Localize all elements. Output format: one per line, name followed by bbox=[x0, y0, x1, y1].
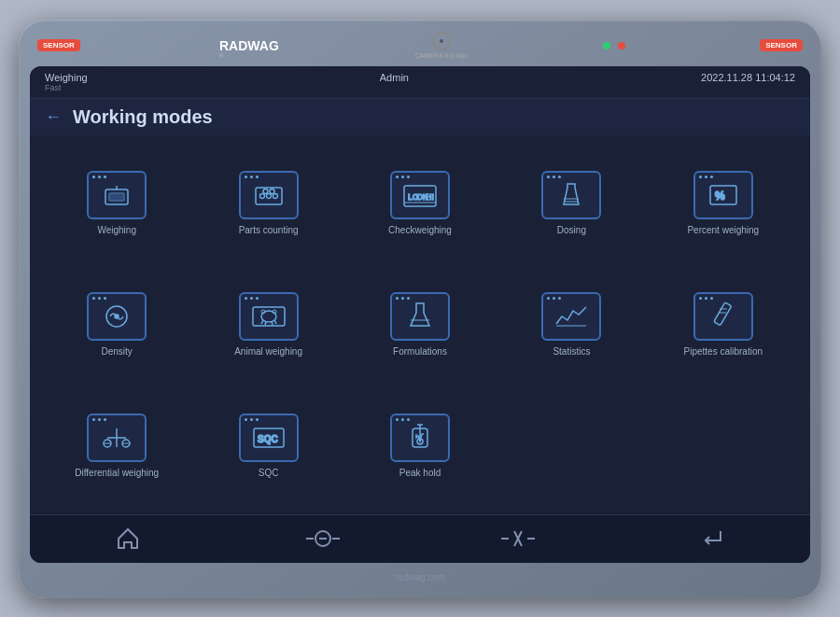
nav-enter[interactable] bbox=[615, 515, 810, 563]
svg-rect-32 bbox=[714, 301, 732, 325]
camera-icon bbox=[432, 32, 451, 50]
peak-hold-icon-box bbox=[390, 414, 450, 462]
svg-text:RADWAG: RADWAG bbox=[219, 38, 279, 53]
bottom-nav bbox=[30, 514, 810, 563]
green-indicator bbox=[603, 42, 610, 49]
mode-formulations[interactable]: Formulations bbox=[344, 264, 496, 386]
svg-line-29 bbox=[274, 320, 276, 324]
svg-rect-4 bbox=[109, 193, 124, 201]
mode-checkweighing[interactable]: LO OK HI Checkweighing bbox=[344, 143, 496, 264]
logo-area: RADWAG ® bbox=[215, 32, 280, 60]
svg-point-8 bbox=[273, 193, 277, 198]
screen: Weighing Fast Admin 2022.11.28 11:04:12 … bbox=[30, 66, 810, 563]
sqc-label: SQC bbox=[259, 468, 279, 479]
left-sensor-badge: SENSOR bbox=[37, 39, 80, 51]
parts-counting-label: Parts counting bbox=[239, 225, 299, 236]
back-button[interactable]: ← bbox=[45, 107, 62, 127]
status-bar: Weighing Fast Admin 2022.11.28 11:04:12 bbox=[30, 66, 810, 99]
differential-weighing-label: Differential weighing bbox=[75, 468, 159, 479]
empty-cell-1 bbox=[496, 386, 647, 507]
density-icon-box bbox=[87, 292, 147, 341]
svg-point-7 bbox=[266, 193, 271, 198]
svg-line-27 bbox=[265, 321, 266, 325]
page-header: ← Working modes bbox=[30, 99, 810, 135]
statistics-icon-box bbox=[541, 292, 601, 341]
pipettes-calibration-label: Pipettes calibration bbox=[684, 346, 763, 358]
radwag-logo: RADWAG ® bbox=[215, 32, 280, 60]
mode-statistics[interactable]: Statistics bbox=[496, 264, 647, 386]
mode-animal-weighing[interactable]: Animal weighing bbox=[192, 264, 343, 386]
device-bottom: radwag.com bbox=[30, 568, 810, 587]
right-sensor-badge: SENSOR bbox=[760, 39, 803, 51]
mode-density[interactable]: Density bbox=[41, 264, 192, 386]
mode-parts-counting[interactable]: Parts counting bbox=[192, 143, 343, 264]
svg-line-26 bbox=[261, 320, 263, 324]
mode-sqc[interactable]: SQC SQC bbox=[192, 386, 343, 507]
mode-pipettes-calibration[interactable]: Pipettes calibration bbox=[648, 264, 799, 386]
mode-differential-weighing[interactable]: Differential weighing bbox=[41, 386, 192, 507]
page-title: Working modes bbox=[73, 106, 213, 128]
density-label: Density bbox=[102, 346, 133, 358]
formulations-label: Formulations bbox=[393, 346, 447, 358]
nav-tare[interactable] bbox=[420, 515, 615, 563]
svg-text:®: ® bbox=[219, 53, 224, 59]
parts-counting-icon-box bbox=[239, 171, 299, 219]
animal-weighing-label: Animal weighing bbox=[234, 346, 302, 358]
mode-status: Weighing Fast bbox=[45, 72, 88, 92]
statistics-label: Statistics bbox=[553, 346, 590, 358]
red-indicator bbox=[618, 42, 625, 49]
nav-zero[interactable] bbox=[225, 515, 420, 563]
modes-grid: Weighing Parts counting bbox=[30, 135, 810, 514]
formulations-icon-box bbox=[390, 292, 450, 341]
checkweighing-icon-box: LO OK HI bbox=[390, 171, 450, 219]
checkweighing-label: Checkweighing bbox=[388, 225, 452, 236]
camera-area: CAMERA 8.0 Mpx bbox=[415, 32, 468, 59]
camera-label: CAMERA 8.0 Mpx bbox=[415, 52, 468, 59]
dosing-icon-box bbox=[541, 171, 601, 219]
percent-weighing-icon-box: % bbox=[693, 171, 753, 219]
sqc-icon-box: SQC bbox=[239, 414, 299, 462]
svg-point-9 bbox=[263, 189, 268, 193]
mode-dosing[interactable]: Dosing bbox=[496, 143, 647, 264]
svg-line-28 bbox=[272, 321, 273, 325]
mode-percent-weighing[interactable]: % Percent weighing bbox=[648, 143, 799, 264]
weighing-label: Weighing bbox=[97, 225, 136, 236]
device-frame: SENSOR RADWAG ® CAMERA 8.0 Mpx SENSOR We… bbox=[19, 20, 821, 598]
peak-hold-label: Peak hold bbox=[399, 468, 441, 479]
nav-home[interactable] bbox=[30, 515, 225, 563]
svg-text:HI: HI bbox=[426, 192, 434, 202]
differential-weighing-icon-box bbox=[87, 414, 147, 462]
pipettes-calibration-icon-box bbox=[693, 292, 753, 341]
svg-rect-22 bbox=[253, 307, 285, 326]
animal-weighing-icon-box bbox=[239, 292, 299, 341]
mode-weighing[interactable]: Weighing bbox=[41, 143, 192, 264]
top-bar: SENSOR RADWAG ® CAMERA 8.0 Mpx SENSOR bbox=[30, 31, 810, 61]
radwag-url: radwag.com bbox=[395, 572, 445, 582]
dosing-label: Dosing bbox=[557, 225, 586, 236]
svg-point-6 bbox=[259, 193, 264, 198]
weighing-icon-box bbox=[87, 171, 147, 219]
svg-text:SQC: SQC bbox=[258, 434, 278, 444]
datetime-status: 2022.11.28 11:04:12 bbox=[701, 72, 795, 92]
percent-weighing-label: Percent weighing bbox=[687, 225, 759, 236]
svg-point-21 bbox=[115, 315, 119, 318]
empty-cell-2 bbox=[648, 386, 799, 507]
svg-point-10 bbox=[270, 189, 274, 193]
user-status: Admin bbox=[380, 72, 409, 92]
svg-text:%: % bbox=[715, 189, 725, 203]
mode-peak-hold[interactable]: Peak hold bbox=[344, 386, 496, 507]
